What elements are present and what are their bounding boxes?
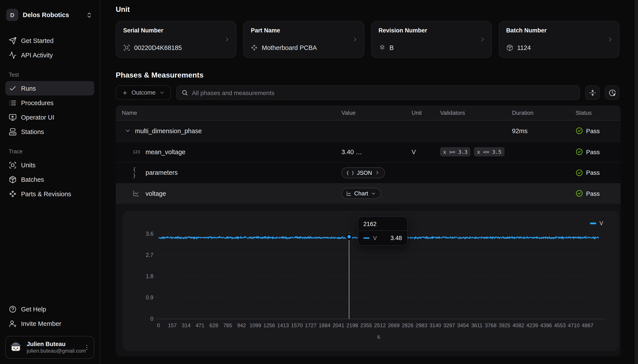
- sidebar-item-label: Stations: [21, 128, 44, 135]
- sidebar-item-stations[interactable]: Stations: [5, 124, 94, 139]
- clock-arrow-down-icon: [609, 89, 616, 96]
- unit-cards: Serial Number00220D4K68185Part NameMothe…: [116, 21, 619, 58]
- value-cell: 3.40 …: [341, 148, 412, 156]
- sidebar-item-parts-revisions[interactable]: Parts & Revisions: [5, 186, 94, 201]
- unit-card-serial-number[interactable]: Serial Number00220D4K68185: [116, 21, 237, 58]
- fold-vertical-icon: [589, 89, 596, 96]
- pill-label: JSON: [357, 170, 372, 176]
- svg-text:628: 628: [210, 322, 218, 328]
- collapse-rows-button[interactable]: [585, 86, 600, 100]
- circle-help-icon: [9, 305, 17, 313]
- svg-text:4867: 4867: [582, 322, 593, 328]
- legend-series-dash: [590, 223, 596, 224]
- outcome-filter-button[interactable]: Outcome: [116, 86, 171, 100]
- status-label: Pass: [586, 128, 600, 134]
- chevron-right-icon: [607, 36, 614, 43]
- sidebar-item-label: Procedures: [21, 99, 54, 106]
- duration-cell: 92ms: [512, 128, 575, 134]
- chevron-down-icon: [371, 191, 376, 196]
- chevron-down-icon: [159, 90, 165, 96]
- sidebar-item-get-started[interactable]: Get Started: [5, 33, 94, 48]
- sidebar-item-get-help[interactable]: Get Help: [5, 302, 94, 316]
- org-switcher[interactable]: D Delos Robotics: [5, 6, 94, 24]
- sidebar-item-operator-ui[interactable]: Operator UI: [5, 110, 94, 124]
- search-icon: [182, 89, 188, 96]
- sidebar-item-label: Operator UI: [21, 114, 54, 121]
- unit-card-label: Part Name: [251, 27, 357, 34]
- unit-card-label: Batch Number: [506, 27, 612, 34]
- status-label: Pass: [586, 169, 600, 176]
- user-meta: Julien Buteau julien.buteau@gmail.com: [27, 341, 79, 354]
- sidebar-item-procedures[interactable]: Procedures: [5, 96, 94, 110]
- plus-icon: [122, 90, 128, 96]
- status-badge: Pass: [575, 169, 621, 176]
- chart-line-icon: [133, 190, 142, 197]
- sidebar-item-batches[interactable]: Batches: [5, 172, 94, 186]
- scan-icon: [9, 161, 17, 169]
- column-header-value: Value: [341, 110, 412, 116]
- chevron-right-icon: [351, 36, 358, 43]
- unit-cell: V: [412, 148, 440, 156]
- sidebar-item-units[interactable]: Units: [5, 158, 94, 172]
- page-scrollbar[interactable]: [635, 0, 638, 364]
- table-row-multi_dimension_phase[interactable]: multi_dimension_phase92msPass: [116, 120, 621, 141]
- unit-card-value: B: [378, 44, 394, 51]
- user-email: julien.buteau@gmail.com: [27, 348, 79, 354]
- table-row-voltage[interactable]: voltageChartPass: [116, 183, 621, 204]
- unit-card-revision-number[interactable]: Revision NumberB: [371, 21, 492, 58]
- ellipsis-vertical-icon[interactable]: [83, 344, 90, 351]
- unit-card-value-text: 00220D4K68185: [134, 44, 182, 51]
- sidebar-item-api-activity[interactable]: API Activity: [5, 48, 94, 62]
- search-input[interactable]: [192, 89, 575, 96]
- svg-text:1256: 1256: [263, 322, 275, 328]
- circle-check-icon: [575, 169, 583, 176]
- unit-card-batch-number[interactable]: Batch Number1124: [499, 21, 619, 58]
- svg-text:1570: 1570: [291, 322, 303, 328]
- sidebar-footer-nav: Get HelpInvite Member: [5, 302, 94, 331]
- sidebar-item-invite-member[interactable]: Invite Member: [5, 316, 94, 331]
- svg-text:4553: 4553: [554, 322, 566, 328]
- chevron-right-icon: [607, 36, 614, 43]
- sidebar-item-runs[interactable]: Runs: [5, 81, 94, 96]
- svg-text:4239: 4239: [526, 322, 538, 328]
- status-label: Pass: [586, 190, 600, 197]
- value-cell: Chart: [341, 188, 412, 199]
- table-body: multi_dimension_phase92msPass123mean_vol…: [116, 120, 621, 204]
- chevron-down-icon[interactable]: [125, 128, 131, 134]
- braces-icon: { }: [346, 170, 354, 175]
- chevron-right-icon: [375, 170, 380, 176]
- svg-text:0: 0: [157, 322, 160, 328]
- svg-text:942: 942: [237, 322, 246, 328]
- unit-card-label: Serial Number: [123, 27, 229, 34]
- status-badge: Pass: [575, 127, 621, 135]
- svg-text:3454: 3454: [457, 322, 469, 328]
- unit-card-value-text: B: [389, 44, 394, 51]
- unit-card-value: Motherboard PCBA: [251, 44, 317, 51]
- table-row-mean_voltage[interactable]: 123mean_voltage3.40 …Vx >= 3.3x <= 3.5Pa…: [116, 141, 621, 162]
- name-cell: multi_dimension_phase: [116, 128, 341, 134]
- unit-card-part-name[interactable]: Part NameMotherboard PCBA: [244, 21, 364, 58]
- app-root: D Delos Robotics Get StartedAPI Activity…: [0, 0, 638, 364]
- chart-pill[interactable]: Chart: [341, 188, 381, 199]
- plus-icon: [122, 90, 128, 96]
- name-cell: 123mean_voltage: [116, 148, 341, 156]
- main-content: Unit Serial Number00220D4K68185Part Name…: [100, 0, 619, 364]
- svg-text:3611: 3611: [471, 322, 483, 328]
- svg-text:0: 0: [150, 316, 153, 322]
- svg-text:4710: 4710: [568, 322, 579, 328]
- history-button[interactable]: [605, 86, 619, 100]
- search-box: [176, 86, 580, 100]
- sidebar-primary-nav: Get StartedAPI Activity: [5, 33, 94, 62]
- json-pill[interactable]: { }JSON: [341, 167, 385, 178]
- name-cell: { }parameters: [116, 167, 341, 179]
- sidebar-item-label: API Activity: [21, 52, 53, 58]
- row-name: multi_dimension_phase: [135, 128, 202, 134]
- svg-text:2512: 2512: [374, 322, 386, 328]
- sidebar-sections: TestRunsProceduresOperator UIStationsTra…: [5, 62, 94, 201]
- user-card[interactable]: Julien Buteau julien.buteau@gmail.com: [5, 336, 94, 359]
- table-row-parameters[interactable]: { }parameters{ }JSONPass: [116, 162, 621, 183]
- screen: D Delos Robotics Get StartedAPI Activity…: [0, 0, 638, 364]
- table-header: NameValueUnitValidatorsDurationStatus: [116, 106, 621, 120]
- validator-pill: x <= 3.5: [474, 148, 504, 156]
- braces-icon: { }: [133, 167, 142, 179]
